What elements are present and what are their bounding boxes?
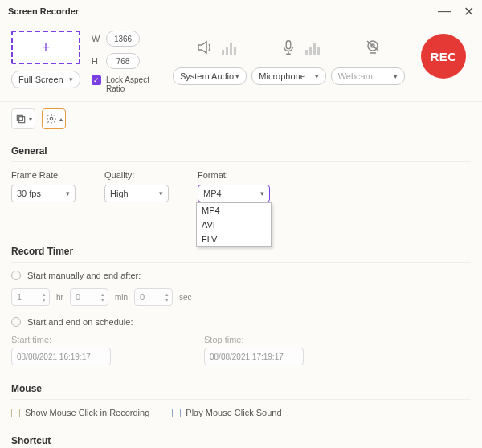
svg-rect-5	[18, 117, 24, 123]
svg-rect-0	[287, 41, 292, 49]
capture-panel: + Full Screen ▾ W 1366 H 768 ✓ Lock Aspe…	[0, 22, 482, 102]
secondary-toolbar: ▾ ▴	[0, 102, 482, 136]
lock-aspect-checkbox[interactable]: ✓	[92, 75, 101, 85]
divider	[161, 31, 161, 93]
show-mouse-click-label: Show Mouse Click in Recording	[25, 408, 149, 417]
mouse-heading: Mouse	[11, 377, 471, 400]
svg-point-6	[50, 117, 53, 120]
chevron-up-icon: ▴	[59, 116, 63, 123]
chevron-down-icon: ▾	[394, 72, 398, 80]
chevron-down-icon: ▾	[29, 116, 32, 123]
manual-timer-label: Start manually and end after:	[27, 271, 141, 280]
annotation-button[interactable]: ▾	[11, 108, 35, 129]
system-audio-select[interactable]: System Audio▾	[173, 67, 247, 85]
show-mouse-click-checkbox[interactable]	[11, 409, 20, 417]
general-heading: General	[11, 139, 471, 162]
schedule-timer-label: Start and end on schedule:	[27, 317, 133, 327]
seconds-input[interactable]: 0▴▾	[134, 288, 173, 306]
minimize-button[interactable]: —	[438, 4, 451, 18]
minutes-input[interactable]: 0▴▾	[70, 288, 108, 306]
format-label: Format:	[198, 170, 270, 180]
microphone-select[interactable]: Microphone▾	[251, 67, 325, 85]
format-dropdown: MP4 AVI FLV	[196, 202, 272, 247]
minutes-unit: min	[115, 293, 128, 302]
start-time-input[interactable]: 08/08/2021 16:19:17	[11, 348, 111, 365]
settings-button[interactable]: ▴	[42, 108, 66, 129]
format-option-flv[interactable]: FLV	[197, 232, 271, 246]
microphone-icon	[276, 35, 300, 59]
play-mouse-sound-label: Play Mouse Click Sound	[186, 408, 281, 417]
title-bar: Screen Recorder — ✕	[0, 0, 482, 22]
close-button[interactable]: ✕	[464, 4, 474, 19]
format-option-avi[interactable]: AVI	[197, 218, 271, 232]
manual-timer-radio[interactable]	[11, 271, 21, 280]
play-mouse-sound-checkbox[interactable]	[172, 409, 181, 417]
settings-panel: General Frame Rate: 30 fps▾ Quality: Hig…	[0, 136, 482, 448]
quality-label: Quality:	[104, 170, 169, 180]
frame-rate-select[interactable]: 30 fps▾	[11, 185, 76, 202]
record-button[interactable]: REC	[421, 34, 466, 79]
capture-region-button[interactable]: +	[11, 31, 80, 64]
speaker-icon	[193, 35, 217, 59]
window-controls: — ✕	[438, 4, 474, 19]
record-label: REC	[430, 50, 456, 63]
capture-mode-value: Full Screen	[18, 75, 63, 84]
height-input[interactable]: 768	[106, 53, 140, 69]
format-option-mp4[interactable]: MP4	[197, 203, 271, 218]
seconds-unit: sec	[179, 293, 192, 302]
plus-icon: +	[42, 39, 51, 56]
schedule-timer-radio[interactable]	[11, 317, 21, 327]
chevron-down-icon: ▾	[315, 72, 319, 80]
quality-select[interactable]: High▾	[104, 185, 169, 202]
chevron-down-icon: ▾	[159, 189, 163, 198]
start-time-label: Start time:	[11, 335, 111, 344]
format-select[interactable]: MP4▾	[198, 185, 270, 202]
svg-rect-4	[17, 115, 22, 120]
shortcut-heading: Shortcut	[11, 429, 471, 448]
capture-mode-select[interactable]: Full Screen ▾	[11, 71, 80, 88]
stop-time-input[interactable]: 08/08/2021 17:19:17	[204, 348, 304, 365]
audio-level-icon	[222, 40, 236, 55]
mic-level-icon	[305, 40, 320, 55]
window-title: Screen Recorder	[8, 6, 79, 16]
width-input[interactable]: 1366	[106, 31, 140, 47]
hours-input[interactable]: 1▴▾	[11, 288, 50, 306]
frame-rate-label: Frame Rate:	[11, 170, 76, 180]
height-label: H	[92, 56, 101, 66]
chevron-down-icon: ▾	[69, 75, 73, 83]
webcam-icon	[361, 35, 385, 59]
lock-aspect-label: Lock Aspect Ratio	[106, 75, 149, 93]
chevron-down-icon: ▾	[260, 189, 264, 198]
webcam-select[interactable]: Webcam▾	[331, 67, 405, 85]
chevron-down-icon: ▾	[235, 72, 239, 80]
width-label: W	[92, 34, 101, 43]
stop-time-label: Stop time:	[204, 335, 304, 344]
hours-unit: hr	[56, 293, 63, 302]
chevron-down-icon: ▾	[66, 189, 70, 198]
